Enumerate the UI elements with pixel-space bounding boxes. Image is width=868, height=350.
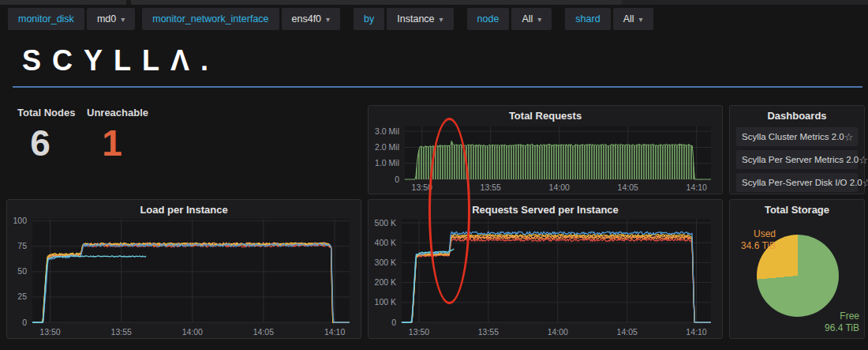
pie-label-used-value: 34.6 TiB	[731, 240, 776, 252]
var-group-shard: shard All▾	[565, 8, 653, 30]
var-select-node[interactable]: All▾	[511, 8, 552, 30]
svg-text:0: 0	[391, 318, 396, 327]
panel-load-per-instance: Load per Instance 025507510013:5013:5514…	[6, 199, 361, 339]
pie-label-used-name: Used	[731, 228, 776, 240]
svg-text:50: 50	[17, 266, 27, 276]
window-chrome-strip-right	[622, 0, 868, 5]
var-group-node: node All▾	[467, 8, 552, 30]
var-label-node: node	[467, 8, 510, 30]
dashboard-link-label: Scylla Per Server Metrics 2.0	[742, 155, 859, 164]
svg-text:0: 0	[395, 175, 399, 184]
svg-text:14:05: 14:05	[617, 327, 638, 337]
header-divider	[13, 86, 862, 88]
svg-text:13:50: 13:50	[39, 327, 60, 337]
window-chrome-strip	[0, 0, 622, 5]
stat-value: 1	[87, 125, 137, 161]
svg-text:1.0 Mil: 1.0 Mil	[375, 158, 399, 167]
svg-text:25: 25	[17, 292, 27, 301]
pie-label-used: Used 34.6 TiB	[731, 228, 776, 252]
template-variable-bar: monitor_disk md0▾ monitor_network_interf…	[8, 8, 653, 30]
svg-text:100: 100	[13, 216, 27, 225]
caret-down-icon: ▾	[121, 15, 125, 24]
panel-title-load-per-instance[interactable]: Load per Instance	[7, 200, 361, 216]
var-select-network-interface[interactable]: ens4f0▾	[282, 8, 341, 30]
panel-title-total-requests[interactable]: Total Requests	[369, 106, 722, 122]
svg-text:14:00: 14:00	[548, 327, 568, 337]
svg-text:300 K: 300 K	[375, 258, 396, 267]
panel-title-dashboards[interactable]: Dashboards	[730, 106, 864, 122]
caret-down-icon: ▾	[440, 15, 443, 24]
svg-text:100 K: 100 K	[375, 297, 396, 307]
singlestat-total-nodes: Total Nodes 6	[17, 107, 63, 161]
caret-down-icon: ▾	[326, 15, 330, 24]
panel-total-storage: Total Storage Used 34.6 TiB Free 96.4 Ti…	[729, 199, 865, 339]
var-group-by: by Instance▾	[354, 8, 454, 30]
singlestat-unreachable: Unreachable 1	[87, 107, 137, 161]
panel-requests-served: Requests Served per Instance 0100 K200 K…	[368, 199, 723, 339]
svg-text:13:50: 13:50	[409, 327, 429, 337]
dashboard-list: Scylla Cluster Metrics 2.0 ☆ Scylla Per …	[730, 122, 864, 192]
stat-title: Unreachable	[87, 107, 137, 119]
svg-text:75: 75	[17, 241, 27, 250]
scylla-logo: SCYLLΛ.	[22, 44, 208, 77]
pie-label-free-value: 96.4 TiB	[799, 322, 859, 334]
star-icon[interactable]: ☆	[844, 131, 854, 143]
var-group-monitor-disk: monitor_disk md0▾	[8, 8, 135, 30]
var-label-by: by	[354, 8, 384, 30]
svg-text:14:10: 14:10	[324, 327, 345, 337]
var-label-monitor-disk: monitor_disk	[8, 8, 84, 30]
svg-text:2.0 Mil: 2.0 Mil	[375, 142, 399, 152]
stat-value: 6	[17, 125, 63, 161]
panel-title-requests-served[interactable]: Requests Served per Instance	[369, 200, 722, 216]
var-label-network-interface: monitor_network_interface	[142, 8, 279, 30]
star-icon[interactable]: ☆	[859, 154, 868, 166]
logo-dot: .	[200, 44, 208, 77]
pie-label-free: Free 96.4 TiB	[799, 310, 859, 334]
svg-text:200 K: 200 K	[375, 277, 396, 287]
svg-text:14:10: 14:10	[687, 183, 707, 192]
svg-text:400 K: 400 K	[375, 238, 396, 247]
var-select-monitor-disk[interactable]: md0▾	[87, 8, 135, 30]
svg-text:13:55: 13:55	[111, 327, 132, 337]
var-select-by[interactable]: Instance▾	[387, 8, 453, 30]
var-select-shard[interactable]: All▾	[613, 8, 653, 30]
caret-down-icon: ▾	[537, 15, 541, 24]
dashboard-link-label: Scylla Per-Server Disk I/O 2.0	[742, 178, 862, 187]
svg-text:14:05: 14:05	[253, 327, 274, 337]
requests-served-chart[interactable]: 0100 K200 K300 K400 K500 K13:5013:5514:0…	[369, 216, 722, 338]
dashboard-link-disk-io[interactable]: Scylla Per-Server Disk I/O 2.0 ☆	[736, 173, 858, 192]
svg-text:14:00: 14:00	[182, 327, 203, 337]
svg-text:13:55: 13:55	[478, 327, 499, 337]
stat-title: Total Nodes	[17, 107, 63, 119]
window-chrome-notch	[126, 0, 131, 5]
svg-text:14:05: 14:05	[618, 183, 638, 192]
svg-text:13:50: 13:50	[412, 183, 432, 192]
var-label-shard: shard	[565, 8, 610, 30]
dashboard-link-label: Scylla Cluster Metrics 2.0	[742, 132, 844, 141]
var-group-network-interface: monitor_network_interface ens4f0▾	[142, 8, 340, 30]
panel-title-total-storage[interactable]: Total Storage	[730, 200, 864, 216]
svg-text:3.0 Mil: 3.0 Mil	[375, 126, 399, 136]
caret-down-icon: ▾	[639, 15, 643, 24]
svg-text:14:10: 14:10	[686, 327, 706, 337]
svg-text:0: 0	[22, 318, 27, 327]
total-requests-chart[interactable]: 01.0 Mil2.0 Mil3.0 Mil13:5013:5514:0014:…	[369, 122, 722, 194]
load-per-instance-chart[interactable]: 025507510013:5013:5514:0014:0514:10	[7, 216, 361, 338]
pie-label-free-name: Free	[799, 310, 859, 322]
dashboard-screen: monitor_disk md0▾ monitor_network_interf…	[0, 0, 868, 350]
svg-text:500 K: 500 K	[375, 218, 396, 228]
star-icon[interactable]: ☆	[862, 177, 868, 189]
panel-total-requests: Total Requests 01.0 Mil2.0 Mil3.0 Mil13:…	[368, 105, 723, 194]
svg-text:14:00: 14:00	[549, 183, 570, 192]
panel-dashboards: Dashboards Scylla Cluster Metrics 2.0 ☆ …	[729, 105, 865, 194]
dashboard-link-cluster-metrics[interactable]: Scylla Cluster Metrics 2.0 ☆	[736, 127, 858, 146]
dashboard-link-per-server-metrics[interactable]: Scylla Per Server Metrics 2.0 ☆	[736, 150, 858, 169]
svg-text:13:55: 13:55	[481, 183, 501, 192]
